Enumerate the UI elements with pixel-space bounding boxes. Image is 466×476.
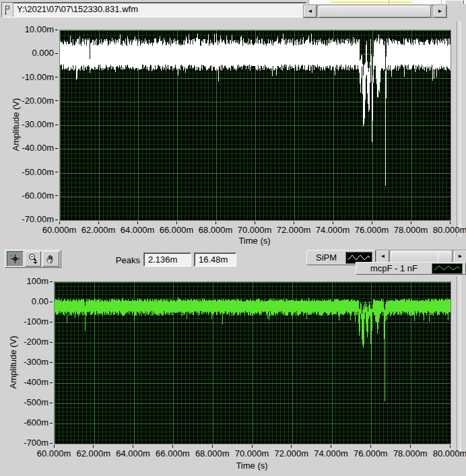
y-tick-label: -300m [5, 357, 48, 367]
y-tick-label: -40.00m [11, 143, 54, 153]
cursor-tool-button[interactable] [7, 251, 24, 267]
x-tick [372, 222, 372, 224]
x-axis-title: Time (s) [54, 461, 450, 471]
mcp-legend[interactable]: mcpF - 1 nF [356, 262, 466, 275]
x-tick [59, 222, 60, 224]
y-tick [55, 172, 58, 172]
sipm-plot-area[interactable] [59, 30, 451, 221]
y-tick-label: 0.00 [5, 296, 48, 306]
clipped-legend-strip [308, 0, 466, 4]
x-tick [54, 445, 55, 448]
x-tick [137, 222, 138, 224]
y-tick [55, 125, 58, 125]
scrollbar-segment[interactable] [438, 250, 453, 263]
x-tick [294, 222, 294, 224]
y-tick [50, 302, 53, 302]
x-tick [133, 445, 133, 448]
y-tick [55, 100, 58, 101]
sipm-legend-label: SiPM [307, 252, 345, 263]
y-tick [55, 148, 58, 149]
peak-value-2[interactable]: 16.48m [194, 252, 236, 267]
scroll-right-button[interactable]: ► [434, 5, 446, 18]
pane-splitter [457, 276, 461, 452]
x-tick [255, 222, 255, 224]
y-tick-label: 100m [5, 276, 48, 286]
x-tick [411, 222, 411, 224]
x-tick [450, 445, 451, 448]
graph-tool-palette [5, 250, 61, 268]
y-tick [50, 443, 53, 444]
divider [389, 0, 389, 4]
y-tick-label: -500m [5, 397, 48, 407]
clipped-button[interactable] [445, 0, 464, 4]
scroll-right-button[interactable]: ► [454, 250, 466, 263]
y-tick-label: -600m [5, 417, 48, 428]
waveform-viewer-window: { "icons": { "left_arrow": "◄", "right_a… [0, 0, 466, 476]
x-axis-title: Time (s) [59, 236, 450, 246]
zoom-tool-button[interactable] [25, 251, 42, 267]
scroll-left-button[interactable]: ◄ [304, 5, 317, 18]
pane-splitter [457, 22, 461, 237]
y-tick-label: -700m [5, 438, 48, 448]
right-arrow-icon: ► [438, 9, 443, 14]
y-tick-label: -100m [5, 316, 48, 327]
y-tick [55, 53, 58, 54]
scroll-left-button[interactable]: ◄ [376, 250, 389, 263]
scrollbar-thumb[interactable] [319, 5, 431, 18]
y-tick [50, 322, 53, 322]
magnifier-icon [28, 253, 39, 265]
x-tick [215, 222, 216, 224]
pan-tool-button[interactable] [42, 251, 59, 267]
right-arrow-icon: ► [458, 254, 463, 259]
x-tick [333, 222, 333, 224]
y-tick-label: -50.00m [11, 167, 54, 177]
y-tick [55, 77, 58, 77]
clipped-legend-line [331, 1, 411, 3]
y-tick-label: -60.00m [11, 191, 54, 201]
y-tick [50, 382, 53, 383]
y-tick [50, 423, 53, 423]
y-tick [55, 219, 58, 220]
x-tick [93, 445, 94, 448]
left-arrow-icon: ◄ [308, 9, 313, 14]
hand-icon [45, 253, 57, 265]
x-tick [331, 445, 331, 448]
x-tick [450, 222, 451, 224]
y-tick [50, 281, 53, 282]
y-tick-label: -20.00m [11, 96, 54, 106]
mcp-chart: Amplitude (V) Time (s) 60.000m62.000m64.… [0, 275, 466, 476]
y-tick-label: -30.00m [11, 119, 54, 129]
y-tick-label: -10.00m [11, 72, 54, 82]
y-tick [50, 342, 53, 343]
file-path-value: Y:\2021\07\07\152330.831.wfm [13, 3, 306, 17]
x-tick [410, 445, 411, 448]
y-tick-label: -70.00m [11, 214, 54, 224]
file-path-input[interactable]: Y:\2021\07\07\152330.831.wfm [1, 2, 307, 18]
legend-scrollbar[interactable]: ◄ ► [376, 250, 466, 263]
y-tick-label: -400m [5, 377, 48, 387]
x-tick [172, 445, 173, 448]
x-tick [370, 445, 371, 448]
scrollbar-track[interactable] [389, 250, 454, 263]
peak-value-1[interactable]: 2.136m [143, 252, 191, 267]
y-tick [55, 195, 58, 196]
y-tick-label: 0.000 [11, 48, 54, 58]
x-tick [98, 222, 99, 224]
y-tick [50, 362, 53, 363]
peaks-label: Peaks [101, 255, 140, 265]
y-tick-label: 10.00m [11, 24, 54, 34]
y-tick [55, 30, 58, 30]
sipm-chart: Amplitude (V) Time (s) 60.000m62.000m64.… [0, 19, 466, 248]
x-tick-label: 80.000m [426, 225, 466, 235]
scrollbar-thumb[interactable] [391, 250, 439, 263]
y-tick-label: -200m [5, 337, 48, 347]
x-tick [212, 445, 213, 448]
x-tick [252, 445, 253, 448]
mcp-plot-style-icon[interactable] [432, 263, 463, 274]
scrollbar-track[interactable] [317, 5, 434, 18]
left-arrow-icon: ◄ [380, 254, 386, 259]
y-tick [50, 403, 53, 403]
mcp-plot-area[interactable] [54, 281, 451, 444]
file-history-scrollbar[interactable]: ◄ ► [303, 5, 447, 18]
mcp-legend-label: mcpF - 1 nF [356, 263, 432, 273]
